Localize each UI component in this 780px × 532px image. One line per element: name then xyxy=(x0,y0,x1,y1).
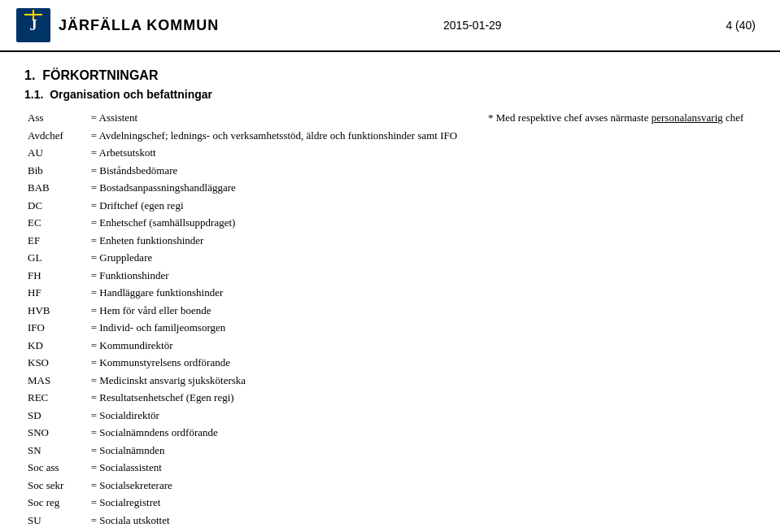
table-row: SN = Socialnämnden xyxy=(24,442,756,460)
subsection-heading: Organisation och befattningar xyxy=(50,88,212,101)
abbr-cell: Bib xyxy=(24,162,88,180)
abbr-cell: KD xyxy=(24,337,88,355)
abbr-cell: AU xyxy=(24,144,88,162)
def-cell: = Socialsekreterare xyxy=(88,477,756,495)
table-row: DC = Driftchef (egen regi xyxy=(24,197,756,215)
abbr-cell: ÄO xyxy=(24,529,88,532)
def-cell: = Funktionshinder xyxy=(88,267,756,285)
def-cell: = Resultatsenhetschef (Egen regi) xyxy=(88,389,756,407)
table-row: Ass = Assistent * Med respektive chef av… xyxy=(24,109,756,127)
abbr-cell: FH xyxy=(24,267,88,285)
header: J JÄRFÄLLA KOMMUN 2015-01-29 4 (40) xyxy=(0,0,780,52)
abbr-cell: EC xyxy=(24,214,88,232)
def-cell: = Hem för vård eller boende xyxy=(88,302,756,320)
def-cell: = Individ- och familjeomsorgen xyxy=(88,319,756,337)
def-cell: = Assistent xyxy=(88,109,485,127)
abbr-cell: REC xyxy=(24,389,88,407)
table-row: REC = Resultatsenhetschef (Egen regi) xyxy=(24,389,756,407)
page: J JÄRFÄLLA KOMMUN 2015-01-29 4 (40) 1. F… xyxy=(0,0,780,532)
def-cell: = Socialassistent xyxy=(88,459,756,477)
definitions-table: Ass = Assistent * Med respektive chef av… xyxy=(24,109,756,532)
section-title: 1. FÖRKORTNINGAR xyxy=(24,68,756,83)
table-row: Soc sekr = Socialsekreterare xyxy=(24,477,756,495)
table-row: HF = Handläggare funktionshinder xyxy=(24,284,756,302)
logo-icon: J xyxy=(16,8,50,42)
table-row: Bib = Biståndsbedömare xyxy=(24,162,756,180)
def-cell: = Socialregistret xyxy=(88,494,756,512)
def-cell: = Arbetsutskott xyxy=(88,144,756,162)
abbr-cell: SNO xyxy=(24,424,88,442)
table-row: SD = Socialdirektör xyxy=(24,407,756,425)
def-cell: = Äldreomsorgen xyxy=(88,529,756,532)
abbr-cell: GL xyxy=(24,249,88,267)
def-cell: = Socialnämndens ordförande xyxy=(88,424,756,442)
header-page-ref: 4 (40) xyxy=(726,19,756,32)
table-row: MAS = Medicinskt ansvarig sjuksköterska xyxy=(24,372,756,390)
abbr-cell: HVB xyxy=(24,302,88,320)
def-cell: = Sociala utskottet xyxy=(88,512,756,530)
table-row: Avdchef = Avdelningschef; lednings- och … xyxy=(24,127,756,145)
header-left: J JÄRFÄLLA KOMMUN xyxy=(16,8,219,42)
def-cell: = Medicinskt ansvarig sjuksköterska xyxy=(88,372,756,390)
table-row: SU = Sociala utskottet xyxy=(24,512,756,530)
note-cell: * Med respektive chef avses närmaste per… xyxy=(485,109,756,127)
section-number: 1. xyxy=(24,68,35,82)
def-cell: = Bostadsanpassningshandläggare xyxy=(88,179,756,197)
def-cell: = Enhetschef (samhällsuppdraget) xyxy=(88,214,756,232)
abbr-cell: Soc sekr xyxy=(24,477,88,495)
abbr-cell: KSO xyxy=(24,354,88,372)
table-row: KD = Kommundirektör xyxy=(24,337,756,355)
abbr-cell: IFO xyxy=(24,319,88,337)
def-cell: = Avdelningschef; lednings- och verksamh… xyxy=(88,127,756,145)
abbr-cell: Ass xyxy=(24,109,88,127)
table-row: Soc ass = Socialassistent xyxy=(24,459,756,477)
def-cell: = Enheten funktionshinder xyxy=(88,232,756,250)
table-row: HVB = Hem för vård eller boende xyxy=(24,302,756,320)
def-cell: = Gruppledare xyxy=(88,249,756,267)
abbr-cell: BAB xyxy=(24,179,88,197)
subsection-number: 1.1. xyxy=(24,88,43,101)
abbr-cell: HF xyxy=(24,284,88,302)
table-row: GL = Gruppledare xyxy=(24,249,756,267)
table-row: ÄO = Äldreomsorgen xyxy=(24,529,756,532)
table-row: BAB = Bostadsanpassningshandläggare xyxy=(24,179,756,197)
def-cell: = Kommunstyrelsens ordförande xyxy=(88,354,756,372)
abbr-cell: Soc reg xyxy=(24,494,88,512)
abbr-cell: EF xyxy=(24,232,88,250)
table-row: FH = Funktionshinder xyxy=(24,267,756,285)
table-row: AU = Arbetsutskott xyxy=(24,144,756,162)
abbr-cell: Avdchef xyxy=(24,127,88,145)
logo-text: JÄRFÄLLA KOMMUN xyxy=(59,17,219,34)
def-cell: = Socialnämnden xyxy=(88,442,756,460)
abbr-cell: MAS xyxy=(24,372,88,390)
subsection-title: 1.1. Organisation och befattningar xyxy=(24,88,756,101)
abbr-cell: SU xyxy=(24,512,88,530)
table-row: IFO = Individ- och familjeomsorgen xyxy=(24,319,756,337)
personalansvarig-link: personalansvarig xyxy=(651,111,723,124)
abbr-cell: Soc ass xyxy=(24,459,88,477)
abbr-cell: SD xyxy=(24,407,88,425)
table-row: EC = Enhetschef (samhällsuppdraget) xyxy=(24,214,756,232)
def-cell: = Kommundirektör xyxy=(88,337,756,355)
content: 1. FÖRKORTNINGAR 1.1. Organisation och b… xyxy=(0,52,780,532)
abbr-cell: SN xyxy=(24,442,88,460)
table-row: EF = Enheten funktionshinder xyxy=(24,232,756,250)
def-cell: = Biståndsbedömare xyxy=(88,162,756,180)
table-row: Soc reg = Socialregistret xyxy=(24,494,756,512)
header-date: 2015-01-29 xyxy=(443,19,502,32)
table-row: SNO = Socialnämndens ordförande xyxy=(24,424,756,442)
def-cell: = Driftchef (egen regi xyxy=(88,197,756,215)
table-row: KSO = Kommunstyrelsens ordförande xyxy=(24,354,756,372)
abbr-cell: DC xyxy=(24,197,88,215)
section-heading: FÖRKORTNINGAR xyxy=(42,68,158,82)
def-cell: = Handläggare funktionshinder xyxy=(88,284,756,302)
def-cell: = Socialdirektör xyxy=(88,407,756,425)
